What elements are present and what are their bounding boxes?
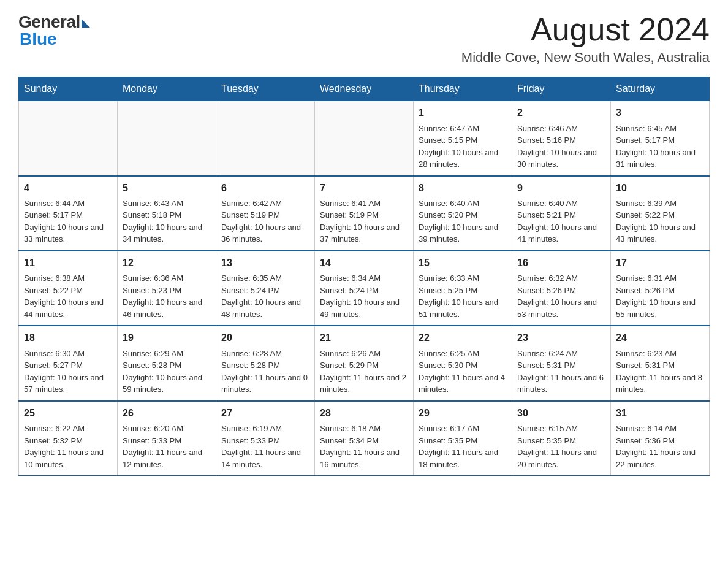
day-number: 14 bbox=[320, 256, 408, 270]
calendar-day-cell: 28Sunrise: 6:18 AMSunset: 5:34 PMDayligh… bbox=[315, 401, 414, 476]
logo: General Blue bbox=[18, 12, 90, 49]
calendar-day-cell: 18Sunrise: 6:30 AMSunset: 5:27 PMDayligh… bbox=[19, 326, 118, 400]
day-info: Sunrise: 6:31 AMSunset: 5:26 PMDaylight:… bbox=[616, 272, 704, 320]
logo-arrow-icon bbox=[82, 19, 90, 28]
calendar-day-header: Saturday bbox=[611, 77, 710, 101]
calendar-week-row: 11Sunrise: 6:38 AMSunset: 5:22 PMDayligh… bbox=[19, 251, 710, 326]
calendar-day-cell: 6Sunrise: 6:42 AMSunset: 5:19 PMDaylight… bbox=[216, 176, 315, 251]
day-number: 15 bbox=[419, 256, 507, 270]
month-title: August 2024 bbox=[461, 12, 710, 47]
calendar-day-cell: 27Sunrise: 6:19 AMSunset: 5:33 PMDayligh… bbox=[216, 401, 315, 476]
calendar-day-cell: 8Sunrise: 6:40 AMSunset: 5:20 PMDaylight… bbox=[414, 176, 512, 251]
day-number: 3 bbox=[616, 106, 704, 120]
day-info: Sunrise: 6:26 AMSunset: 5:29 PMDaylight:… bbox=[320, 348, 408, 396]
day-info: Sunrise: 6:35 AMSunset: 5:24 PMDaylight:… bbox=[221, 272, 309, 320]
day-number: 10 bbox=[616, 182, 704, 195]
day-info: Sunrise: 6:39 AMSunset: 5:22 PMDaylight:… bbox=[616, 197, 704, 245]
day-number: 9 bbox=[517, 182, 605, 195]
calendar-day-cell bbox=[216, 101, 315, 176]
day-info: Sunrise: 6:19 AMSunset: 5:33 PMDaylight:… bbox=[221, 423, 309, 470]
day-info: Sunrise: 6:30 AMSunset: 5:27 PMDaylight:… bbox=[24, 348, 112, 396]
calendar-day-header: Sunday bbox=[19, 77, 118, 101]
calendar-day-cell: 22Sunrise: 6:25 AMSunset: 5:30 PMDayligh… bbox=[414, 326, 512, 400]
day-number: 31 bbox=[616, 407, 704, 420]
day-number: 22 bbox=[419, 331, 507, 345]
calendar-day-cell: 12Sunrise: 6:36 AMSunset: 5:23 PMDayligh… bbox=[118, 251, 216, 326]
calendar-day-cell: 3Sunrise: 6:45 AMSunset: 5:17 PMDaylight… bbox=[611, 101, 710, 176]
calendar-day-cell: 25Sunrise: 6:22 AMSunset: 5:32 PMDayligh… bbox=[19, 401, 118, 476]
calendar-day-cell: 31Sunrise: 6:14 AMSunset: 5:36 PMDayligh… bbox=[611, 401, 710, 476]
day-info: Sunrise: 6:20 AMSunset: 5:33 PMDaylight:… bbox=[123, 423, 211, 470]
day-number: 24 bbox=[616, 331, 704, 345]
day-number: 6 bbox=[221, 182, 309, 195]
day-number: 7 bbox=[320, 182, 408, 195]
calendar-day-cell: 15Sunrise: 6:33 AMSunset: 5:25 PMDayligh… bbox=[414, 251, 512, 326]
calendar-day-header: Monday bbox=[118, 77, 216, 101]
day-info: Sunrise: 6:18 AMSunset: 5:34 PMDaylight:… bbox=[320, 423, 408, 470]
calendar-week-row: 18Sunrise: 6:30 AMSunset: 5:27 PMDayligh… bbox=[19, 326, 710, 400]
calendar-week-row: 25Sunrise: 6:22 AMSunset: 5:32 PMDayligh… bbox=[19, 401, 710, 476]
day-number: 12 bbox=[123, 256, 211, 270]
day-number: 8 bbox=[419, 182, 507, 195]
day-info: Sunrise: 6:23 AMSunset: 5:31 PMDaylight:… bbox=[616, 348, 704, 396]
day-info: Sunrise: 6:25 AMSunset: 5:30 PMDaylight:… bbox=[419, 348, 507, 396]
calendar-day-cell: 24Sunrise: 6:23 AMSunset: 5:31 PMDayligh… bbox=[611, 326, 710, 400]
day-info: Sunrise: 6:29 AMSunset: 5:28 PMDaylight:… bbox=[123, 348, 211, 396]
day-number: 11 bbox=[24, 256, 112, 270]
logo-blue-text: Blue bbox=[20, 29, 57, 49]
day-number: 2 bbox=[517, 106, 605, 120]
day-number: 17 bbox=[616, 256, 704, 270]
calendar-day-cell: 9Sunrise: 6:40 AMSunset: 5:21 PMDaylight… bbox=[512, 176, 611, 251]
calendar-day-header: Friday bbox=[512, 77, 611, 101]
calendar-day-cell bbox=[118, 101, 216, 176]
calendar-day-cell: 23Sunrise: 6:24 AMSunset: 5:31 PMDayligh… bbox=[512, 326, 611, 400]
day-number: 1 bbox=[419, 106, 507, 120]
calendar-table: SundayMondayTuesdayWednesdayThursdayFrid… bbox=[18, 77, 710, 476]
calendar-week-row: 4Sunrise: 6:44 AMSunset: 5:17 PMDaylight… bbox=[19, 176, 710, 251]
day-number: 16 bbox=[517, 256, 605, 270]
day-info: Sunrise: 6:36 AMSunset: 5:23 PMDaylight:… bbox=[123, 272, 211, 320]
day-info: Sunrise: 6:41 AMSunset: 5:19 PMDaylight:… bbox=[320, 197, 408, 245]
day-info: Sunrise: 6:42 AMSunset: 5:19 PMDaylight:… bbox=[221, 197, 309, 245]
calendar-day-cell: 5Sunrise: 6:43 AMSunset: 5:18 PMDaylight… bbox=[118, 176, 216, 251]
day-info: Sunrise: 6:33 AMSunset: 5:25 PMDaylight:… bbox=[419, 272, 507, 320]
calendar-day-cell: 1Sunrise: 6:47 AMSunset: 5:15 PMDaylight… bbox=[414, 101, 512, 176]
day-info: Sunrise: 6:24 AMSunset: 5:31 PMDaylight:… bbox=[517, 348, 605, 396]
day-number: 20 bbox=[221, 331, 309, 345]
calendar-day-cell: 30Sunrise: 6:15 AMSunset: 5:35 PMDayligh… bbox=[512, 401, 611, 476]
location-title: Middle Cove, New South Wales, Australia bbox=[461, 50, 710, 66]
title-block: August 2024 Middle Cove, New South Wales… bbox=[461, 12, 710, 66]
day-number: 25 bbox=[24, 407, 112, 420]
day-info: Sunrise: 6:34 AMSunset: 5:24 PMDaylight:… bbox=[320, 272, 408, 320]
day-info: Sunrise: 6:17 AMSunset: 5:35 PMDaylight:… bbox=[419, 423, 507, 470]
day-info: Sunrise: 6:14 AMSunset: 5:36 PMDaylight:… bbox=[616, 423, 704, 470]
day-info: Sunrise: 6:40 AMSunset: 5:21 PMDaylight:… bbox=[517, 197, 605, 245]
calendar-day-cell: 29Sunrise: 6:17 AMSunset: 5:35 PMDayligh… bbox=[414, 401, 512, 476]
day-number: 18 bbox=[24, 331, 112, 345]
day-info: Sunrise: 6:47 AMSunset: 5:15 PMDaylight:… bbox=[419, 123, 507, 170]
day-number: 27 bbox=[221, 407, 309, 420]
day-info: Sunrise: 6:46 AMSunset: 5:16 PMDaylight:… bbox=[517, 123, 605, 170]
day-info: Sunrise: 6:15 AMSunset: 5:35 PMDaylight:… bbox=[517, 423, 605, 470]
day-number: 28 bbox=[320, 407, 408, 420]
calendar-day-cell: 4Sunrise: 6:44 AMSunset: 5:17 PMDaylight… bbox=[19, 176, 118, 251]
calendar-day-header: Wednesday bbox=[315, 77, 414, 101]
day-info: Sunrise: 6:44 AMSunset: 5:17 PMDaylight:… bbox=[24, 197, 112, 245]
calendar-day-cell: 26Sunrise: 6:20 AMSunset: 5:33 PMDayligh… bbox=[118, 401, 216, 476]
day-number: 23 bbox=[517, 331, 605, 345]
calendar-day-cell: 2Sunrise: 6:46 AMSunset: 5:16 PMDaylight… bbox=[512, 101, 611, 176]
day-info: Sunrise: 6:45 AMSunset: 5:17 PMDaylight:… bbox=[616, 123, 704, 170]
day-number: 5 bbox=[123, 182, 211, 195]
day-number: 26 bbox=[123, 407, 211, 420]
day-info: Sunrise: 6:40 AMSunset: 5:20 PMDaylight:… bbox=[419, 197, 507, 245]
calendar-day-cell bbox=[19, 101, 118, 176]
calendar-day-header: Thursday bbox=[414, 77, 512, 101]
calendar-day-cell: 14Sunrise: 6:34 AMSunset: 5:24 PMDayligh… bbox=[315, 251, 414, 326]
calendar-day-cell: 11Sunrise: 6:38 AMSunset: 5:22 PMDayligh… bbox=[19, 251, 118, 326]
day-info: Sunrise: 6:32 AMSunset: 5:26 PMDaylight:… bbox=[517, 272, 605, 320]
calendar-day-cell: 16Sunrise: 6:32 AMSunset: 5:26 PMDayligh… bbox=[512, 251, 611, 326]
day-number: 30 bbox=[517, 407, 605, 420]
calendar-day-cell: 19Sunrise: 6:29 AMSunset: 5:28 PMDayligh… bbox=[118, 326, 216, 400]
calendar-day-cell: 17Sunrise: 6:31 AMSunset: 5:26 PMDayligh… bbox=[611, 251, 710, 326]
day-number: 4 bbox=[24, 182, 112, 195]
